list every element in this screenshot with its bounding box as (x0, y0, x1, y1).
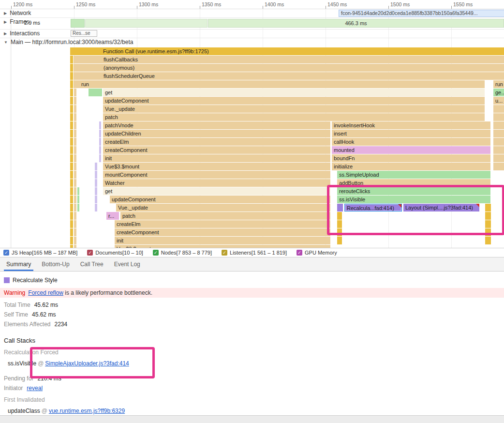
flame-bar-createelm[interactable]: createElm (103, 138, 330, 146)
flame-bar[interactable] (77, 196, 79, 203)
flame-bar[interactable] (74, 130, 76, 137)
flame-bar-vue-3-mount[interactable]: Vue$3.$mount (103, 163, 330, 170)
flame-bar[interactable] (74, 171, 76, 179)
flame-bar[interactable] (74, 138, 76, 146)
tab-summary[interactable]: Summary (1, 257, 36, 271)
flame-bar[interactable] (95, 196, 97, 203)
flame-bar-mounted[interactable]: mounted (332, 146, 490, 154)
frame-bar[interactable] (71, 19, 85, 28)
checkbox-icon[interactable]: ✓ (296, 250, 302, 256)
network-request-bar[interactable]: fcon-9451d4ade20d2d0ceda1e885fb3387bb150… (339, 10, 504, 17)
flame-bar-updatechildren[interactable]: updateChildren (103, 130, 330, 137)
flame-chart[interactable]: Function Call (vue.runtime.esm.js?ff9b:1… (0, 47, 504, 248)
flame-bar[interactable] (70, 72, 73, 80)
flame-bar[interactable] (70, 228, 73, 236)
flame-bar[interactable] (493, 105, 504, 113)
flame-bar[interactable] (70, 80, 73, 88)
flame-bar-watcher[interactable]: Watcher (103, 179, 330, 187)
flame-bar[interactable] (70, 212, 73, 220)
flame-bar[interactable] (337, 212, 342, 220)
timeline-ruler[interactable]: 1200 ms1250 ms1300 ms1350 ms1400 ms1450 … (0, 0, 504, 9)
flame-bar[interactable] (74, 163, 76, 170)
flame-bar-layout-simpl-js-3fad-414[interactable]: Layout (Simpl....js?3fad:414) (403, 204, 479, 212)
flame-bar-addbutton[interactable]: addButton (337, 179, 490, 187)
flame-bar-patch[interactable]: patch (120, 212, 330, 220)
checkbox-icon[interactable]: ✓ (222, 250, 227, 256)
stack-source-link[interactable]: vue.runtime.esm.js?ff9b:6329 (49, 408, 125, 414)
flame-bar-updatecomponent[interactable]: updateComponent (103, 97, 485, 105)
flame-bar-run[interactable]: run (74, 80, 485, 88)
flame-bar[interactable] (99, 138, 101, 146)
flame-bar[interactable] (74, 89, 76, 96)
flame-bar[interactable] (70, 105, 73, 113)
flame-bar[interactable] (70, 121, 73, 129)
flame-bar-ss-simpleupload[interactable]: ss.SimpleUpload (337, 171, 490, 179)
flame-bar[interactable] (95, 187, 97, 195)
forced-reflow-link[interactable]: Forced reflow (28, 289, 63, 296)
flame-bar[interactable] (74, 146, 76, 154)
flame-bar-recalcula-fad-414[interactable]: Recalcula...fad:414) (344, 204, 402, 212)
flame-bar-mountcomponent[interactable]: mountComponent (103, 171, 330, 179)
flame-bar[interactable] (74, 179, 76, 187)
flame-bar[interactable] (70, 113, 73, 121)
flame-bar[interactable] (70, 163, 73, 170)
flame-bar-ge[interactable]: ge... (493, 89, 504, 96)
tab-call-tree[interactable]: Call Tree (75, 257, 109, 271)
flame-bar-rerouteclicks[interactable]: rerouteClicks (337, 187, 490, 195)
flame-bar[interactable] (337, 204, 343, 212)
flame-bar[interactable] (95, 204, 97, 212)
flame-bar-run[interactable]: run (493, 80, 504, 88)
flame-bar[interactable] (493, 154, 504, 162)
flame-bar[interactable] (70, 204, 73, 212)
flame-bar[interactable] (70, 187, 73, 195)
interactions-track-header[interactable]: ▶Interactions (4, 30, 40, 37)
disclosure-triangle-icon[interactable]: ▶ (4, 11, 7, 15)
flame-bar[interactable] (70, 196, 73, 203)
flame-bar-updatecomponent[interactable]: updateComponent (110, 196, 330, 203)
stack-source-link[interactable]: SimpleAjaxUploader.js?3fad:414 (45, 360, 129, 367)
tab-event-log[interactable]: Event Log (109, 257, 146, 271)
flame-bar[interactable] (74, 212, 76, 220)
flame-bar-createcomponent[interactable]: createComponent (103, 146, 330, 154)
flame-bar-init[interactable]: init (115, 237, 330, 244)
flame-bar[interactable] (74, 204, 76, 212)
flame-bar[interactable] (74, 154, 76, 162)
flame-bar[interactable] (77, 204, 79, 212)
flame-bar[interactable] (70, 97, 73, 105)
flame-bar-ss-isvisible[interactable]: ss.isVisible (337, 196, 490, 203)
flame-bar[interactable] (95, 163, 97, 170)
network-track-header[interactable]: ▶Network (4, 10, 31, 16)
flame-bar-vue-update[interactable]: Vue._update (103, 105, 485, 113)
counter-toggle-gpu-memory[interactable]: ✓GPU Memory (296, 250, 337, 256)
flame-bar[interactable] (493, 113, 504, 121)
flame-bar[interactable] (99, 146, 101, 154)
counter-toggle-documents-10-10[interactable]: ✓Documents[10 – 10] (87, 250, 143, 256)
disclosure-triangle-icon[interactable]: ▼ (4, 40, 8, 45)
flame-bar[interactable] (77, 187, 79, 195)
flame-bar-boundfn[interactable]: boundFn (332, 154, 490, 162)
flame-bar-insert[interactable]: insert (332, 130, 490, 137)
flame-bar-anonymous[interactable]: (anonymous) (74, 64, 504, 72)
flame-bar[interactable] (337, 228, 342, 236)
flame-bar[interactable] (70, 154, 73, 162)
flame-bar-r[interactable]: r... (106, 212, 119, 220)
flame-bar[interactable] (70, 220, 73, 228)
flame-bar-function-call-vue-runtime-esm-js-ff9b-1725[interactable]: Function Call (vue.runtime.esm.js?ff9b:1… (70, 47, 504, 55)
flame-bar[interactable] (74, 105, 76, 113)
flame-bar-vue-update[interactable]: Vue._update (116, 204, 330, 212)
frame-bar[interactable] (85, 19, 208, 28)
flame-bar[interactable] (485, 212, 491, 220)
flame-bar[interactable] (70, 146, 73, 154)
flame-bar[interactable] (70, 89, 73, 96)
flame-bar[interactable] (70, 237, 73, 244)
tab-bottom-up[interactable]: Bottom-Up (36, 257, 74, 271)
flame-bar[interactable] (95, 171, 97, 179)
flame-bar[interactable] (493, 146, 504, 154)
flame-bar[interactable] (493, 163, 504, 170)
main-thread-track-header[interactable]: ▼Main — http://formrun.local:3000/teams/… (0, 38, 504, 47)
checkbox-icon[interactable]: ✓ (87, 250, 93, 256)
flame-bar-createcomponent[interactable]: createComponent (115, 228, 330, 236)
flame-bar-callhook[interactable]: callHook (332, 138, 490, 146)
flame-bar[interactable] (493, 121, 504, 129)
flame-bar[interactable] (485, 237, 491, 244)
